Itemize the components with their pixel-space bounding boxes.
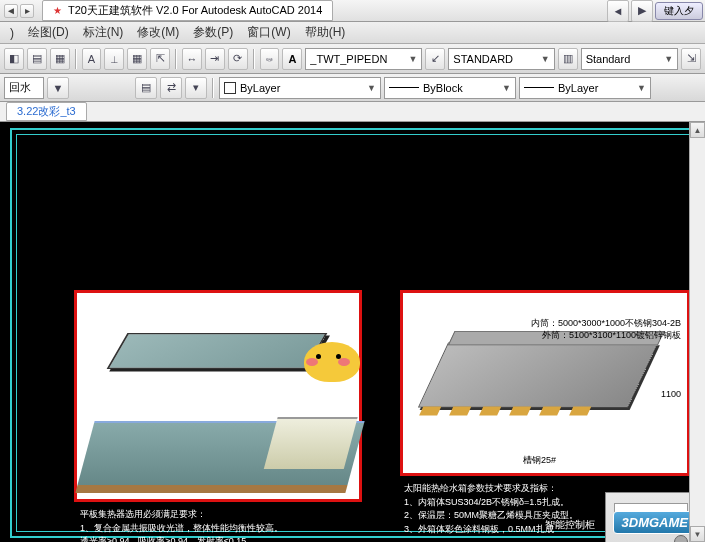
side-label-value: 回水 xyxy=(9,80,31,95)
field-icon[interactable]: ⎃ xyxy=(260,48,280,70)
table-style-combo[interactable]: Standard▼ xyxy=(581,48,679,70)
text-style-combo[interactable]: _TWT_PIPEDN▼ xyxy=(305,48,422,70)
annot-dim-icon[interactable]: ⟂ xyxy=(104,48,124,70)
layer-tool-icon[interactable]: ◧ xyxy=(4,48,24,70)
annot-text-icon[interactable]: A xyxy=(82,48,102,70)
dim-cont-icon[interactable]: ⇥ xyxy=(205,48,225,70)
tank-dim-h1: 1100 xyxy=(661,389,681,399)
menu-draw[interactable]: 绘图(D) xyxy=(28,24,69,41)
table-style-value: Standard xyxy=(586,53,631,65)
chevron-down-icon: ▼ xyxy=(409,54,418,64)
layer-color-combo[interactable]: ByLayer▼ xyxy=(219,77,381,99)
notes-left-l1: 1、复合金属共振吸收光谱，整体性能均衡性较高。 xyxy=(80,522,380,536)
dim-style-value: STANDARD xyxy=(453,53,513,65)
table-style-icon[interactable]: ▥ xyxy=(558,48,578,70)
chevron-down-icon: ▼ xyxy=(637,83,646,93)
file-tab-strip: 3.22改彩_t3 xyxy=(0,102,705,122)
side-label-combo[interactable]: 回水 xyxy=(4,77,44,99)
menu-annotate[interactable]: 标注(N) xyxy=(83,24,124,41)
title-bar: ◄ ▸ ★ T20天正建筑软件 V2.0 For Autodesk AutoCA… xyxy=(0,0,705,22)
chevron-down-icon: ▼ xyxy=(367,83,376,93)
dim-style-icon[interactable]: ↙ xyxy=(425,48,445,70)
linetype-combo[interactable]: ByBlock▼ xyxy=(384,77,516,99)
tab-prev-button[interactable]: ◄ xyxy=(4,4,18,18)
layer-prev-icon[interactable]: ▤ xyxy=(27,48,47,70)
notes-left-l2: 透光率≥0.94，吸收率≥0.94，发射率≤0.15 xyxy=(80,535,380,542)
document-tab[interactable]: ★ T20天正建筑软件 V2.0 For Autodesk AutoCAD 20… xyxy=(42,0,333,21)
annot-table-icon[interactable]: ▦ xyxy=(127,48,147,70)
cabinet-knob xyxy=(674,535,688,542)
lineweight-combo[interactable]: ByLayer▼ xyxy=(519,77,651,99)
scroll-track[interactable] xyxy=(690,138,705,526)
watermark: 3DMGAME xyxy=(613,511,697,534)
dim-style-combo[interactable]: STANDARD▼ xyxy=(448,48,554,70)
cabinet-label: 智能控制柜 xyxy=(545,518,595,532)
lineweight-preview xyxy=(524,87,554,88)
menu-param[interactable]: 参数(P) xyxy=(193,24,233,41)
text-style-value: _TWT_PIPEDN xyxy=(310,53,387,65)
vertical-scrollbar[interactable]: ▲ ▼ xyxy=(689,122,705,542)
file-tab-active[interactable]: 3.22改彩_t3 xyxy=(6,102,87,121)
notes-right: 太阳能热给水箱参数技术要求及指标： 1、内箱体SUS304/2B不锈钢δ=1.5… xyxy=(404,482,634,536)
scroll-up-button[interactable]: ▲ xyxy=(690,122,705,138)
lineweight-value: ByLayer xyxy=(558,82,598,94)
layer-state-icon[interactable]: ▦ xyxy=(50,48,70,70)
chevron-down-icon: ▼ xyxy=(502,83,511,93)
tank-channel: 槽钢25# xyxy=(523,454,556,467)
tab-controls: ◄ ▸ xyxy=(0,4,38,18)
scroll-down-button[interactable]: ▼ xyxy=(690,526,705,542)
mascot-icon xyxy=(300,332,364,384)
layer-color-value: ByLayer xyxy=(240,82,280,94)
chevron-down-icon: ▼ xyxy=(664,54,673,64)
arrow-down-icon[interactable]: ▼ xyxy=(47,77,69,99)
tank-dim-outer: 外筒：5100*3100*1100镀铝锌钢板 xyxy=(542,329,681,342)
linetype-value: ByBlock xyxy=(423,82,463,94)
mtext-icon[interactable]: A xyxy=(282,48,302,70)
drawing-canvas[interactable]: 内筒：5000*3000*1000不锈钢304-2B 外筒：5100*3100*… xyxy=(0,122,705,542)
notes-left: 平板集热器选用必须满足要求： 1、复合金属共振吸收光谱，整体性能均衡性较高。 透… xyxy=(80,508,380,542)
notes-right-l1: 1、内箱体SUS304/2B不锈钢δ=1.5扎成。 xyxy=(404,496,634,510)
menu-window[interactable]: 窗口(W) xyxy=(247,24,290,41)
tank-panel: 内筒：5000*3000*1000不锈钢304-2B 外筒：5100*3100*… xyxy=(400,290,690,476)
toolbar-row-2: 回水 ▼ ▤ ⇄ ▾ ByLayer▼ ByBlock▼ ByLayer▼ xyxy=(0,74,705,102)
collector-panel xyxy=(74,290,362,502)
tab-next-button[interactable]: ▸ xyxy=(20,4,34,18)
toolbar-row-1: ◧ ▤ ▦ A ⟂ ▦ ⇱ ↔ ⇥ ⟳ ⎃ A _TWT_PIPEDN▼ ↙ S… xyxy=(0,44,705,74)
notes-right-l3: 3、外箱体彩色涂料钢板，0.5MM扎成 xyxy=(404,523,634,537)
notes-right-title: 太阳能热给水箱参数技术要求及指标： xyxy=(404,482,634,496)
color-swatch xyxy=(224,82,236,94)
menu-item[interactable]: ) xyxy=(10,26,14,40)
layer-match-icon[interactable]: ⇄ xyxy=(160,77,182,99)
menu-modify[interactable]: 修改(M) xyxy=(137,24,179,41)
annot-mleader-icon[interactable]: ⇱ xyxy=(150,48,170,70)
mleader-style-icon[interactable]: ⇲ xyxy=(681,48,701,70)
notes-right-l2: 2、保温层：50MM聚糖乙烯模具压夹成型。 xyxy=(404,509,634,523)
layer-props-icon[interactable]: ▤ xyxy=(135,77,157,99)
collector-cutaway xyxy=(75,421,364,493)
menu-help[interactable]: 帮助(H) xyxy=(305,24,346,41)
menu-bar: ) 绘图(D) 标注(N) 修改(M) 参数(P) 窗口(W) 帮助(H) xyxy=(0,22,705,44)
dim-linear-icon[interactable]: ↔ xyxy=(182,48,202,70)
tab-scroll-left[interactable]: ◄ xyxy=(607,0,629,22)
tab-scroll-right[interactable]: ▶ xyxy=(631,0,653,22)
document-title: T20天正建筑软件 V2.0 For Autodesk AutoCAD 2014 xyxy=(68,3,322,18)
linetype-preview xyxy=(389,87,419,88)
notes-left-title: 平板集热器选用必须满足要求： xyxy=(80,508,380,522)
layer-filter-icon[interactable]: ▾ xyxy=(185,77,207,99)
star-icon: ★ xyxy=(53,5,62,16)
chevron-down-icon: ▼ xyxy=(541,54,550,64)
dim-quick-icon[interactable]: ⟳ xyxy=(228,48,248,70)
type-command-button[interactable]: 键入夕 xyxy=(655,2,703,20)
